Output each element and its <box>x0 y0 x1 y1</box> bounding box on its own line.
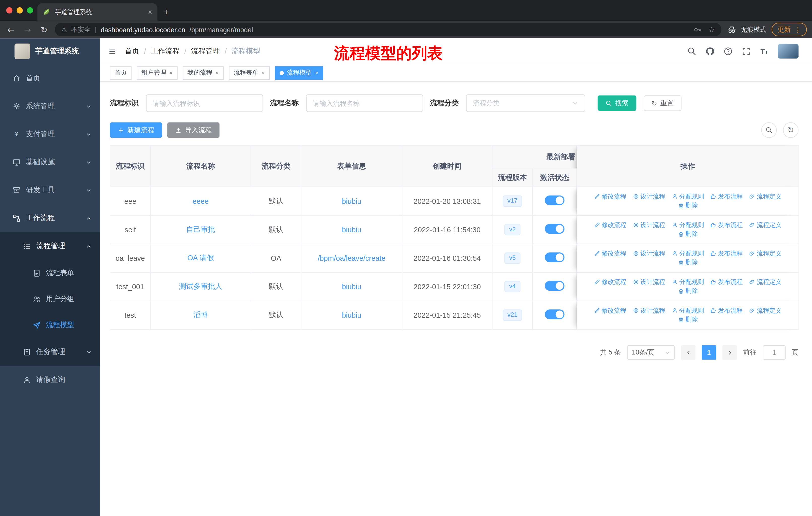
zoom-window-button[interactable] <box>27 7 33 13</box>
process-definition-link[interactable]: 流程定义 <box>749 278 782 287</box>
close-icon[interactable]: × <box>262 69 265 77</box>
fullscreen-icon[interactable] <box>742 47 751 56</box>
hamburger-icon[interactable] <box>108 47 117 55</box>
edit-process-link[interactable]: 修改流程 <box>594 306 627 315</box>
close-icon[interactable]: × <box>215 69 219 77</box>
tag-process-model[interactable]: 流程模型 × <box>275 66 323 79</box>
close-window-button[interactable] <box>6 7 12 13</box>
active-toggle[interactable] <box>545 309 564 319</box>
close-icon[interactable]: × <box>169 69 173 77</box>
delete-process-link[interactable]: 删除 <box>677 258 698 267</box>
prev-page-button[interactable] <box>681 345 695 360</box>
key-icon[interactable] <box>693 25 702 34</box>
page-size-select[interactable]: 10条/页 <box>627 345 675 360</box>
help-icon[interactable] <box>723 47 733 56</box>
process-category-select[interactable]: 流程分类 <box>466 94 585 112</box>
form-info-link[interactable]: biubiu <box>342 311 361 319</box>
reset-button[interactable]: ↻ 重置 <box>644 96 682 111</box>
new-tab-button[interactable]: + <box>164 7 169 18</box>
sidebar-item-process-form[interactable]: 流程表单 <box>0 260 100 286</box>
font-size-icon[interactable] <box>760 47 769 56</box>
browser-menu-icon[interactable]: ⋮ <box>794 26 801 33</box>
back-button[interactable]: ← <box>5 25 17 34</box>
sidebar-item-task-management[interactable]: 任务管理 <box>0 338 100 366</box>
design-process-link[interactable]: 设计流程 <box>633 220 665 229</box>
publish-process-link[interactable]: 发布流程 <box>710 192 743 201</box>
process-name-link[interactable]: eeee <box>193 197 209 205</box>
delete-process-link[interactable]: 删除 <box>677 229 698 238</box>
search-icon[interactable] <box>687 47 696 56</box>
design-process-link[interactable]: 设计流程 <box>633 278 665 287</box>
active-toggle[interactable] <box>545 195 564 205</box>
tab-close-icon[interactable]: × <box>148 8 152 16</box>
publish-process-link[interactable]: 发布流程 <box>710 306 743 315</box>
assign-rule-link[interactable]: 分配规则 <box>671 249 704 258</box>
process-name-link[interactable]: 滔博 <box>193 310 208 319</box>
close-icon[interactable]: × <box>315 69 318 77</box>
edit-process-link[interactable]: 修改流程 <box>594 249 627 258</box>
create-process-button[interactable]: 新建流程 <box>110 123 162 138</box>
search-button[interactable]: 搜索 <box>598 96 636 111</box>
design-process-link[interactable]: 设计流程 <box>633 249 665 258</box>
active-toggle[interactable] <box>545 252 564 262</box>
process-definition-link[interactable]: 流程定义 <box>749 306 782 315</box>
forward-button[interactable]: → <box>22 25 33 34</box>
form-info-link[interactable]: biubiu <box>342 282 361 291</box>
edit-process-link[interactable]: 修改流程 <box>594 192 627 201</box>
delete-process-link[interactable]: 删除 <box>677 287 698 296</box>
process-definition-link[interactable]: 流程定义 <box>749 220 782 229</box>
bookmark-star-icon[interactable]: ☆ <box>708 25 715 34</box>
tag-my-process[interactable]: 我的流程 × <box>183 66 224 79</box>
process-name-input[interactable] <box>306 94 423 112</box>
publish-process-link[interactable]: 发布流程 <box>710 249 743 258</box>
sidebar-item-workflow[interactable]: 工作流程 <box>0 204 100 232</box>
address-bar[interactable]: ⚠ 不安全 | dashboard.yudao.iocoder.cn /bpm/… <box>55 23 721 36</box>
breadcrumb-home[interactable]: 首页 <box>125 47 140 56</box>
tag-home[interactable]: 首页 <box>110 66 132 79</box>
show-search-button[interactable] <box>761 123 777 138</box>
active-toggle[interactable] <box>545 281 564 291</box>
publish-process-link[interactable]: 发布流程 <box>710 220 743 229</box>
process-definition-link[interactable]: 流程定义 <box>749 192 782 201</box>
active-toggle[interactable] <box>545 224 564 234</box>
sidebar-item-home[interactable]: 首页 <box>0 64 100 92</box>
assign-rule-link[interactable]: 分配规则 <box>671 220 704 229</box>
breadcrumb-workflow[interactable]: 工作流程 <box>150 47 179 56</box>
assign-rule-link[interactable]: 分配规则 <box>671 192 704 201</box>
process-name-link[interactable]: 测试多审批人 <box>179 282 223 290</box>
sidebar-logo[interactable]: 芋道管理系统 <box>0 38 100 64</box>
delete-process-link[interactable]: 删除 <box>677 201 698 210</box>
browser-tab[interactable]: 芋道管理系统 × <box>37 3 157 21</box>
form-info-link[interactable]: biubiu <box>342 197 361 205</box>
edit-process-link[interactable]: 修改流程 <box>594 220 627 229</box>
tag-process-form[interactable]: 流程表单 × <box>229 66 270 79</box>
update-browser-button[interactable]: 更新 ⋮ <box>772 23 807 36</box>
next-page-button[interactable] <box>722 345 737 360</box>
process-name-link[interactable]: 自己审批 <box>186 225 215 233</box>
publish-process-link[interactable]: 发布流程 <box>710 278 743 287</box>
delete-process-link[interactable]: 删除 <box>677 315 698 324</box>
breadcrumb-process-management[interactable]: 流程管理 <box>191 47 220 56</box>
sidebar-item-devtools[interactable]: 研发工具 <box>0 176 100 204</box>
sidebar-item-leave-query[interactable]: 请假查询 <box>0 366 100 394</box>
form-info-link[interactable]: biubiu <box>342 225 361 234</box>
assign-rule-link[interactable]: 分配规则 <box>671 278 704 287</box>
import-process-button[interactable]: 导入流程 <box>167 123 220 138</box>
github-icon[interactable] <box>705 47 715 56</box>
assign-rule-link[interactable]: 分配规则 <box>671 306 704 315</box>
design-process-link[interactable]: 设计流程 <box>633 306 665 315</box>
avatar[interactable] <box>778 44 799 59</box>
page-number-button[interactable]: 1 <box>702 345 716 360</box>
sidebar-item-process-model[interactable]: 流程模型 <box>0 312 100 338</box>
refresh-table-button[interactable]: ↻ <box>783 123 799 138</box>
tag-tenant[interactable]: 租户管理 × <box>137 66 178 79</box>
design-process-link[interactable]: 设计流程 <box>633 192 665 201</box>
sidebar-item-user-group[interactable]: 用户分组 <box>0 286 100 312</box>
process-name-link[interactable]: OA 请假 <box>187 253 214 262</box>
sidebar-item-payment[interactable]: 支付管理 <box>0 120 100 148</box>
process-definition-link[interactable]: 流程定义 <box>749 249 782 258</box>
form-info-link[interactable]: /bpm/oa/leave/create <box>318 254 385 262</box>
reload-button[interactable]: ↻ <box>38 25 50 34</box>
sidebar-item-process-management[interactable]: 流程管理 <box>0 232 100 260</box>
edit-process-link[interactable]: 修改流程 <box>594 278 627 287</box>
